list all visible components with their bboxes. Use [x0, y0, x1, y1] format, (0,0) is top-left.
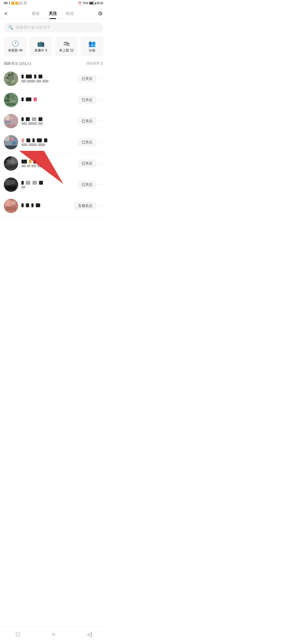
svg-rect-28 [4, 146, 18, 149]
svg-rect-24 [5, 136, 9, 141]
svg-point-39 [8, 180, 13, 185]
avatar-image [4, 199, 18, 213]
alarm-icon: ⏰ [78, 2, 81, 5]
list-item: 已关注 ··· [0, 132, 107, 153]
follow-button[interactable]: 已关注 [78, 159, 96, 168]
user-actions: 已关注 ··· [78, 75, 103, 83]
group-icon: 👥 [88, 40, 96, 47]
user-info [21, 138, 76, 146]
filter-live-label: 直播中 5 [34, 48, 47, 53]
section-header: 我的关注 (101人) 综合排序 ☰ [0, 60, 107, 68]
avatar [4, 199, 18, 213]
svg-rect-26 [6, 142, 12, 144]
avatar [4, 178, 18, 192]
avatar [4, 114, 18, 128]
user-name-row [21, 75, 76, 78]
user-actions: 互相关注 ··· [74, 202, 103, 210]
avatar [4, 135, 18, 149]
svg-point-34 [7, 159, 12, 163]
filter-card-new-goods[interactable]: 🛍 有上新 22 [55, 37, 78, 56]
settings-button[interactable]: ⚙ [95, 8, 103, 19]
svg-point-10 [8, 74, 14, 81]
svg-rect-16 [6, 103, 15, 105]
search-bar[interactable]: 🔍 搜索用户备注或名字 [4, 23, 103, 32]
avatar-image [4, 93, 18, 107]
follow-button[interactable]: 已关注 [78, 75, 96, 83]
follow-button[interactable]: 互相关注 [74, 202, 96, 210]
svg-rect-8 [7, 81, 10, 83]
avatar-image [4, 178, 18, 192]
follow-button[interactable]: 已关注 [78, 117, 96, 125]
user-info [21, 203, 72, 208]
search-placeholder: 搜索用户备注或名字 [16, 25, 50, 30]
svg-point-44 [7, 201, 12, 206]
more-button[interactable]: ··· [99, 161, 103, 166]
signal-icon: 📶 [11, 2, 14, 5]
avatar-image [4, 114, 18, 128]
sort-button[interactable]: 综合排序 ☰ [86, 61, 103, 66]
avatar [4, 156, 18, 171]
user-actions: 已关注 ··· [78, 181, 103, 189]
tab-friends[interactable]: 朋友 [27, 8, 44, 19]
avatar-image [4, 72, 18, 86]
user-name-row [21, 160, 76, 163]
more-button[interactable]: ··· [99, 97, 103, 102]
user-info [21, 181, 76, 189]
user-sub: › [21, 80, 76, 83]
user-sub [21, 122, 76, 125]
more-button[interactable]: ··· [99, 76, 103, 81]
music-icon: 🎵 [23, 2, 27, 5]
user-info [21, 160, 76, 167]
svg-rect-27 [12, 142, 16, 144]
back-button[interactable]: < [4, 8, 11, 19]
user-name-row [21, 97, 76, 101]
user-info [21, 97, 76, 102]
avatar [4, 93, 18, 107]
svg-rect-14 [5, 99, 9, 102]
svg-rect-21 [11, 120, 16, 123]
user-list: › 已关注 ··· 已关注 [0, 68, 107, 217]
nav-tabs: 朋友 关注 粉丝 [11, 8, 95, 19]
user-name-row [21, 117, 76, 121]
svg-rect-33 [5, 165, 17, 168]
user-actions: 已关注 ··· [78, 117, 103, 125]
tab-fans[interactable]: 粉丝 [61, 8, 78, 19]
filter-card-live[interactable]: 📺 直播中 5 [29, 37, 52, 56]
list-item: 已关注 ··· [0, 89, 107, 111]
status-bar: HD 1 📶 📶 💬 🎵 ⏰ 71% 23:31 [0, 0, 107, 6]
svg-rect-18 [6, 115, 9, 120]
svg-rect-38 [5, 186, 16, 190]
battery-icon [89, 2, 95, 5]
filter-card-group[interactable]: 👥 分组 [81, 37, 103, 56]
sim-badge: 1 [9, 2, 10, 5]
svg-rect-3 [4, 72, 6, 74]
more-button[interactable]: ··· [99, 140, 103, 145]
user-sub [21, 165, 76, 167]
more-button[interactable]: ··· [99, 182, 103, 187]
user-actions: 已关注 ··· [78, 96, 103, 104]
status-left: HD 1 📶 📶 💬 🎵 [4, 2, 27, 5]
hd-badge: HD [4, 2, 8, 5]
filter-row: 🕐 有更新 49 📺 直播中 5 🛍 有上新 22 👥 分组 [0, 36, 107, 60]
follow-button[interactable]: 已关注 [78, 96, 96, 104]
follow-button[interactable]: 已关注 [78, 138, 96, 146]
filter-card-updates[interactable]: 🕐 有更新 49 [4, 37, 27, 56]
clock-icon: 🕐 [12, 40, 19, 47]
svg-rect-20 [5, 121, 10, 123]
user-info [21, 117, 76, 125]
tv-icon: 📺 [37, 40, 45, 47]
tab-following[interactable]: 关注 [44, 8, 61, 19]
list-item: 已关注 ··· [0, 153, 107, 174]
more-button[interactable]: ··· [99, 203, 103, 208]
follow-button[interactable]: 已关注 [78, 181, 96, 189]
user-name-row [21, 203, 72, 207]
svg-rect-13 [12, 95, 14, 98]
user-sub [21, 143, 76, 146]
more-button[interactable]: ··· [99, 119, 103, 124]
battery-percent: 71% [82, 2, 88, 5]
svg-rect-9 [4, 84, 18, 86]
svg-rect-15 [10, 100, 16, 102]
user-actions: 已关注 ··· [78, 159, 103, 168]
filter-updates-label: 有更新 49 [8, 48, 23, 53]
user-sub [21, 186, 76, 189]
